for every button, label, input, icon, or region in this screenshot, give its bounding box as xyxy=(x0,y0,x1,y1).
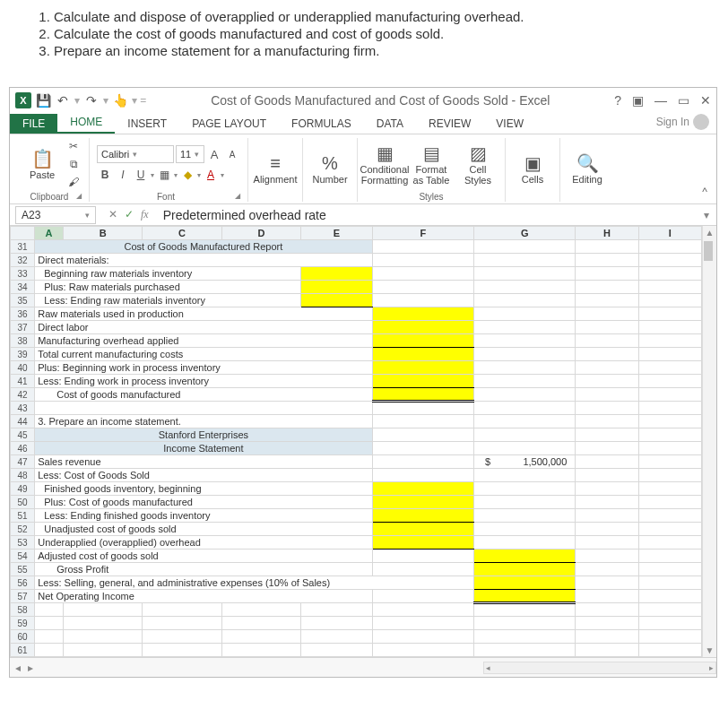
tab-insert[interactable]: INSERT xyxy=(115,114,179,134)
save-icon[interactable]: 💾 xyxy=(35,92,51,108)
format-table-icon: ▤ xyxy=(423,143,440,164)
fx-icon[interactable]: fx xyxy=(141,208,149,221)
tab-data[interactable]: DATA xyxy=(364,114,416,134)
underline-button[interactable]: U xyxy=(133,167,149,183)
col-I[interactable]: I xyxy=(638,227,701,240)
cogm-title[interactable]: Cost of Goods Manufactured Report xyxy=(35,240,372,254)
objective-1: Calculate and dispose of overapplied or … xyxy=(54,9,692,24)
tab-page-layout[interactable]: PAGE LAYOUT xyxy=(179,114,279,134)
prev-sheet-icon[interactable]: ◂ xyxy=(15,662,21,674)
format-as-table-button[interactable]: ▤ Format as Table xyxy=(412,143,451,186)
paste-button[interactable]: 📋 Paste xyxy=(22,148,62,180)
alignment-button[interactable]: ≡ Alignment xyxy=(256,152,295,185)
col-E[interactable]: E xyxy=(301,227,372,240)
title-bar: X 💾 ↶ ▾ ↷ ▾ 👆 ▾ = Cost of Goods Manufact… xyxy=(10,88,716,113)
cell-styles-icon: ▨ xyxy=(470,143,487,164)
grow-font-icon[interactable]: A xyxy=(206,146,222,162)
font-color-icon[interactable]: A xyxy=(203,167,219,183)
select-all[interactable] xyxy=(11,227,35,240)
formula-input[interactable]: Predetermined overhead rate xyxy=(156,208,697,222)
tab-home[interactable]: HOME xyxy=(57,112,115,134)
name-box[interactable]: A23▾ xyxy=(15,206,96,224)
learning-objectives: Calculate and dispose of overapplied or … xyxy=(0,0,728,78)
find-icon: 🔍 xyxy=(576,152,599,174)
close-icon[interactable]: ✕ xyxy=(700,93,711,108)
editing-button[interactable]: 🔍 Editing xyxy=(568,152,607,185)
maximize-icon[interactable]: ▭ xyxy=(678,93,689,108)
window-title: Cost of Goods Manufactured and Cost of G… xyxy=(146,93,614,108)
conditional-formatting-icon: ▦ xyxy=(377,143,394,164)
copy-icon[interactable]: ⧉ xyxy=(65,156,82,172)
minimize-icon[interactable]: — xyxy=(654,93,667,108)
italic-button[interactable]: I xyxy=(115,167,131,183)
shrink-font-icon[interactable]: A xyxy=(224,146,240,162)
excel-icon: X xyxy=(15,92,31,108)
expand-formula-icon[interactable]: ▾ xyxy=(697,209,716,221)
tab-review[interactable]: REVIEW xyxy=(416,114,483,134)
border-icon[interactable]: ▦ xyxy=(156,167,172,183)
status-bar: ◂ ▸ ◂▸ xyxy=(10,657,716,677)
font-size-combo[interactable]: 11▾ xyxy=(176,145,204,163)
tab-file[interactable]: FILE xyxy=(10,114,57,134)
group-clipboard: Clipboard xyxy=(30,192,69,202)
redo-icon[interactable]: ↷ xyxy=(83,92,100,108)
objective-3: Prepare an income statement for a manufa… xyxy=(54,43,692,58)
ribbon-options-icon[interactable]: ▣ xyxy=(632,93,644,108)
alignment-icon: ≡ xyxy=(270,152,281,174)
ribbon: 📋 Paste ✂ ⧉ 🖌 Clipboard◢ Calibri▾ 11▾ A xyxy=(10,134,716,204)
fill-color-icon[interactable]: ◆ xyxy=(179,167,195,183)
touch-mode-icon[interactable]: 👆 xyxy=(112,92,128,108)
enter-formula-icon[interactable]: ✓ xyxy=(125,208,134,221)
cancel-formula-icon[interactable]: ✕ xyxy=(108,208,117,221)
col-H[interactable]: H xyxy=(576,227,638,240)
format-painter-icon[interactable]: 🖌 xyxy=(65,174,82,190)
undo-icon[interactable]: ↶ xyxy=(55,92,71,108)
tab-formulas[interactable]: FORMULAS xyxy=(279,114,364,134)
bold-button[interactable]: B xyxy=(97,167,113,183)
horizontal-scrollbar[interactable]: ◂▸ xyxy=(483,662,716,674)
col-A[interactable]: A xyxy=(35,227,64,240)
group-styles: Styles xyxy=(419,192,443,202)
avatar-icon xyxy=(693,114,709,130)
ribbon-tabs: FILE HOME INSERT PAGE LAYOUT FORMULAS DA… xyxy=(10,113,716,134)
cell-styles-button[interactable]: ▨ Cell Styles xyxy=(458,143,498,186)
next-sheet-icon[interactable]: ▸ xyxy=(28,662,33,674)
excel-window: X 💾 ↶ ▾ ↷ ▾ 👆 ▾ = Cost of Goods Manufact… xyxy=(9,87,717,678)
sign-in[interactable]: Sign In xyxy=(649,110,716,134)
col-F[interactable]: F xyxy=(372,227,473,240)
col-B[interactable]: B xyxy=(63,227,142,240)
cells-button[interactable]: ▣ Cells xyxy=(513,152,552,185)
percent-icon: % xyxy=(322,152,338,174)
group-font: Font xyxy=(157,192,175,202)
paste-icon: 📋 xyxy=(31,148,54,169)
col-C[interactable]: C xyxy=(143,227,221,240)
objective-2: Calculate the cost of goods manufactured… xyxy=(54,26,692,41)
tab-view[interactable]: VIEW xyxy=(483,114,536,134)
col-G[interactable]: G xyxy=(473,227,575,240)
conditional-formatting-button[interactable]: ▦ Conditional Formatting xyxy=(365,143,404,186)
number-button[interactable]: % Number xyxy=(310,152,350,185)
vertical-scrollbar[interactable]: ▲ ▼ xyxy=(702,226,716,657)
cells-icon: ▣ xyxy=(524,152,542,174)
font-name-combo[interactable]: Calibri▾ xyxy=(97,145,174,163)
formula-bar: A23▾ ✕ ✓ fx Predetermined overhead rate … xyxy=(10,204,716,226)
collapse-ribbon-icon[interactable]: ^ xyxy=(698,182,711,202)
help-icon[interactable]: ? xyxy=(614,93,621,108)
col-D[interactable]: D xyxy=(221,227,300,240)
worksheet-grid[interactable]: A B C D E F G H I 31Cost of Goods Manufa… xyxy=(10,226,702,657)
cut-icon[interactable]: ✂ xyxy=(65,138,82,154)
